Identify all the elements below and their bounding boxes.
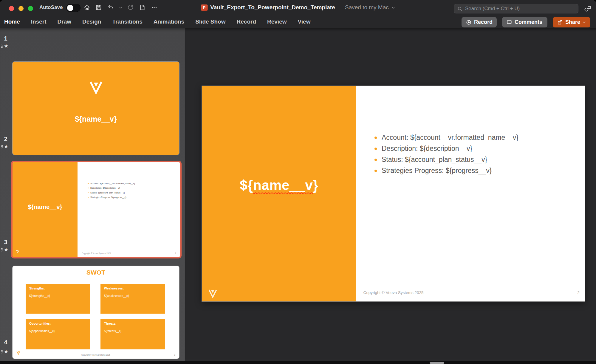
tab-insert[interactable]: Insert <box>31 18 47 25</box>
close-button[interactable] <box>9 6 14 11</box>
bullet-account[interactable]: Account: ${account__vr.formatted_name__v… <box>374 132 518 143</box>
slide-thumbnail-panel: 1 ★ ${name__v} 2 ★ ${name__v} Account: $… <box>0 28 185 364</box>
vertical-scrollbar-track[interactable] <box>588 28 588 359</box>
slide-2-number: 2 <box>2 136 10 142</box>
horizontal-scrollbar-thumb[interactable] <box>430 362 444 364</box>
powerpoint-app-icon: P <box>201 4 208 11</box>
tab-design[interactable]: Design <box>82 18 101 25</box>
share-button[interactable]: Share <box>553 17 590 27</box>
slide-2-animation-star-icon[interactable]: ★ <box>1 144 8 149</box>
document-title-group[interactable]: P Vault_Export_To_Powerpoint_Demo_Templa… <box>201 0 395 15</box>
swot-strengths-box: Strengths: ${strengths__c} <box>26 284 90 314</box>
tab-transitions[interactable]: Transitions <box>112 18 142 25</box>
zoom-button[interactable] <box>28 6 33 11</box>
record-icon <box>466 19 472 25</box>
search-input[interactable]: Search (Cmd + Ctrl + U) <box>454 4 578 13</box>
slide-3-number: 3 <box>2 239 10 246</box>
search-icon <box>457 6 462 11</box>
bullet-description[interactable]: Description: ${description__v} <box>374 143 518 154</box>
thumb3-title: SWOT <box>13 269 179 276</box>
record-button[interactable]: Record <box>462 17 497 27</box>
misspelled-word: name__v <box>253 177 313 193</box>
title-bar: AutoSave P <box>0 0 596 15</box>
slide-3-animation-star-icon[interactable]: ★ <box>1 247 8 252</box>
save-icon[interactable] <box>95 4 103 11</box>
autosave-toggle[interactable] <box>66 4 81 12</box>
slide-editing-canvas: ${name__v} Account: ${account__vr.format… <box>185 28 596 359</box>
toggle-knob <box>67 5 73 11</box>
new-document-icon[interactable] <box>138 4 146 11</box>
tab-draw[interactable]: Draw <box>58 18 71 25</box>
autosave-label: AutoSave <box>39 0 63 15</box>
ribbon-tabs: Home Insert Draw Design Transitions Anim… <box>4 15 310 28</box>
tab-slide-show[interactable]: Slide Show <box>195 18 225 25</box>
slide-thumbnail-2-selected[interactable]: ${name__v} Account: ${account__vr.format… <box>13 162 180 257</box>
slide-4-number: 4 <box>2 339 10 346</box>
slide-thumbnail-1[interactable]: ${name__v} <box>13 62 179 155</box>
account-presence-icon[interactable] <box>584 5 592 13</box>
slide-footer[interactable]: Copyright © Veeva Systems 2025 <box>202 290 585 295</box>
undo-icon[interactable] <box>107 4 114 11</box>
redo-icon[interactable] <box>126 4 134 11</box>
home-icon[interactable] <box>83 4 91 11</box>
document-save-status: — Saved to my Mac <box>338 4 389 11</box>
thumb3-footer: Copyright © Veeva Systems 2025 <box>13 354 179 356</box>
bullet-strategies-progress[interactable]: Strategies Progress: ${progress__v} <box>374 165 518 176</box>
thumb3-page-number: 3 <box>174 354 175 356</box>
search-placeholder: Search (Cmd + Ctrl + U) <box>465 6 520 12</box>
comment-bubble-icon <box>506 19 512 25</box>
swot-weaknesses-box: Weaknesses: ${weaknesses__c} <box>100 284 165 314</box>
slide-page-number[interactable]: 2 <box>577 290 580 295</box>
bullet-status[interactable]: Status: ${account_plan_status__v} <box>374 154 518 165</box>
veeva-logo-icon <box>89 81 103 95</box>
more-toolbar-options-icon[interactable] <box>150 4 158 11</box>
slide-1-number: 1 <box>2 35 10 42</box>
thumb1-title: ${name__v} <box>13 115 179 123</box>
canvas-bottom-divider <box>185 359 596 359</box>
tab-review[interactable]: Review <box>267 18 287 25</box>
slide-title-textbox[interactable]: ${name__v} <box>202 177 356 193</box>
ribbon-bar: Home Insert Draw Design Transitions Anim… <box>0 15 596 28</box>
document-name: Vault_Export_To_Powerpoint_Demo_Template <box>210 4 335 11</box>
tab-home[interactable]: Home <box>4 18 20 25</box>
tab-record[interactable]: Record <box>237 18 256 25</box>
slide-orange-panel[interactable] <box>202 86 356 301</box>
share-icon <box>557 19 563 25</box>
minimize-button[interactable] <box>18 6 24 11</box>
swot-threats-box: Threats: ${threats__c} <box>100 319 165 349</box>
window-bottom-edge <box>0 361 596 364</box>
thumb2-footer: Copyright © Veeva Systems 2025 <box>13 252 180 254</box>
undo-menu-chevron-icon[interactable] <box>119 4 122 11</box>
thumb2-page-number: 2 <box>175 252 176 254</box>
slide-1-animation-star-icon[interactable]: ★ <box>1 44 8 49</box>
slide-4-animation-star-icon[interactable]: ★ <box>1 349 8 354</box>
title-chevron-down-icon[interactable] <box>391 6 395 10</box>
tab-animations[interactable]: Animations <box>154 18 184 25</box>
thumb2-bullets: Account: ${account__vr.formatted_name__v… <box>87 181 135 200</box>
comments-button[interactable]: Comments <box>502 17 547 27</box>
swot-opportunities-box: Opportunities: ${opportunities__c} <box>26 319 90 349</box>
slide-thumbnail-3[interactable]: SWOT Strengths: ${strengths__c} Weakness… <box>13 266 179 359</box>
powerpoint-window: AutoSave P <box>0 0 596 364</box>
share-chevron-down-icon <box>583 21 586 24</box>
current-slide[interactable]: ${name__v} Account: ${account__vr.format… <box>202 86 585 301</box>
thumb2-title: ${name__v} <box>13 203 78 210</box>
tab-view[interactable]: View <box>298 18 311 25</box>
slide-bullet-list[interactable]: Account: ${account__vr.formatted_name__v… <box>374 132 518 176</box>
